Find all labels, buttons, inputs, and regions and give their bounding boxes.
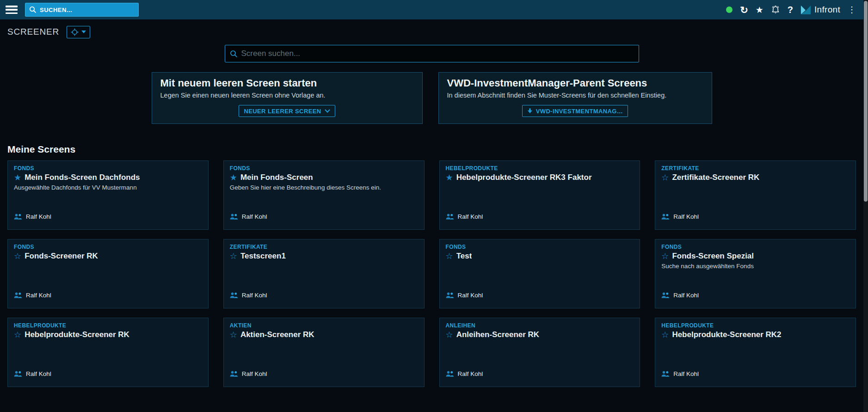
screen-owner: Ralf Kohl [673,213,699,220]
overflow-menu-icon[interactable]: ⋮ [848,6,856,14]
help-icon[interactable]: ? [788,5,793,14]
parent-screens-title: VWD-InvestmentManager-Parent Screens [447,77,703,89]
favorite-star-icon[interactable]: ★ [446,173,453,182]
favorite-star-icon[interactable]: ☆ [446,252,453,260]
screen-description [230,263,418,270]
screen-title: Zertifikate-Screener RK [672,173,759,182]
shared-users-icon [661,292,670,298]
favorite-star-icon[interactable]: ☆ [230,252,237,260]
brand-name: Infront [814,5,840,15]
screen-card[interactable]: FONDS ★ Mein Fonds-Screen Geben Sie hier… [223,160,425,230]
screen-owner: Ralf Kohl [458,292,483,299]
favorite-star-icon[interactable]: ☆ [230,331,237,339]
parent-screens-card: VWD-InvestmentManager-Parent Screens In … [438,72,712,124]
new-screen-description: Legen Sie einen neuen leeren Screen ohne… [160,92,414,99]
screen-description: Suche nach ausgewählten Fonds [661,263,850,270]
shared-users-icon [14,214,22,220]
screen-title: Anleihen-Screener RK [456,330,540,339]
screen-title: Fonds-Screen Spezial [672,252,754,261]
sync-icon[interactable]: ↻ [740,5,748,15]
screen-card[interactable]: HEBELPRODUKTE ★ Hebelprodukte-Screener R… [439,160,640,230]
screen-card[interactable]: FONDS ☆ Fonds-Screen Spezial Suche nach … [655,239,856,308]
new-empty-screen-button-label: NEUER LEERER SCREEN [244,108,321,115]
shared-users-icon [446,214,454,220]
screen-owner: Ralf Kohl [26,292,51,299]
global-search-input[interactable] [40,6,135,13]
shared-users-icon [14,371,22,377]
global-search[interactable] [25,3,139,17]
screen-description: Ausgewählte Dachfonds für VV Mustermann [14,184,202,191]
favorite-star-icon[interactable]: ★ [230,173,237,182]
screen-category: FONDS [661,244,850,250]
screen-card[interactable]: AKTIEN ☆ Aktien-Screener RK Ralf Kohl [223,318,425,387]
shared-users-icon [230,292,238,298]
new-empty-screen-button[interactable]: NEUER LEERER SCREEN [239,105,335,117]
favorite-star-icon[interactable]: ☆ [661,252,669,260]
topbar: ↻ ★ ? Infront ⋮ [0,0,868,19]
screen-category: HEBELPRODUKTE [14,322,202,329]
screen-title: Aktien-Screener RK [240,330,314,339]
screen-description [446,263,634,270]
crosshair-target-icon [71,28,79,36]
screen-search-input[interactable] [241,49,634,58]
screen-category: HEBELPRODUKTE [661,322,850,329]
screen-title: Mein Fonds-Screen [240,173,313,182]
screen-title: Test [456,252,472,261]
screen-card[interactable]: HEBELPRODUKTE ☆ Hebelprodukte-Screener R… [655,318,856,387]
shared-users-icon [661,214,670,220]
screen-search[interactable] [225,45,639,62]
screen-card[interactable]: FONDS ☆ Test Ralf Kohl [439,239,640,308]
vwd-investmentmanager-button[interactable]: VWD-INVESTMENTMANAG… [522,105,628,117]
screen-card[interactable]: FONDS ★ Mein Fonds-Screen Dachfonds Ausg… [7,160,209,230]
favorite-star-icon[interactable]: ☆ [661,173,669,182]
screen-owner: Ralf Kohl [673,292,699,299]
screen-title: Mein Fonds-Screen Dachfonds [25,173,140,182]
my-screens-grid: FONDS ★ Mein Fonds-Screen Dachfonds Ausg… [7,160,856,387]
chevron-down-icon [325,109,330,113]
screen-description [661,184,850,191]
shared-users-icon [446,292,454,298]
screen-description [230,341,418,349]
screen-owner: Ralf Kohl [242,370,267,377]
infront-logo-icon [800,5,811,15]
menu-icon[interactable] [6,6,18,14]
favorite-star-icon[interactable]: ☆ [14,331,21,339]
screen-description [14,263,202,270]
shared-users-icon [14,292,22,298]
screen-owner: Ralf Kohl [26,213,51,220]
search-icon [29,6,37,13]
scrollbar-thumb[interactable] [864,1,868,202]
notifications-bell-icon[interactable] [771,5,780,15]
search-icon [230,50,238,58]
shared-users-icon [230,371,238,377]
screen-owner: Ralf Kohl [26,370,51,377]
vertical-scrollbar[interactable] [863,0,868,412]
my-screens-heading: Meine Screens [7,144,856,155]
favorite-star-icon[interactable]: ☆ [14,252,21,260]
screen-owner: Ralf Kohl [242,292,267,299]
favorite-star-icon[interactable]: ☆ [661,331,669,339]
screen-category: FONDS [446,244,634,250]
favorites-star-icon[interactable]: ★ [756,6,763,14]
new-screen-title: Mit neuem leeren Screen starten [160,77,414,89]
favorite-star-icon[interactable]: ★ [14,173,21,182]
screen-card[interactable]: HEBELPRODUKTE ☆ Hebelprodukte-Screener R… [7,318,209,387]
link-target-button[interactable] [67,26,90,38]
screen-title: Hebelprodukte-Screener RK3 Faktor [456,173,592,182]
screen-owner: Ralf Kohl [458,370,483,377]
screen-category: HEBELPRODUKTE [446,165,634,172]
new-screen-card: Mit neuem leeren Screen starten Legen Si… [152,72,423,124]
screen-title: Testscreen1 [240,252,286,261]
screen-card[interactable]: FONDS ☆ Fonds-Screener RK Ralf Kohl [7,239,209,308]
download-arrow-icon [527,108,533,114]
shared-users-icon [230,214,238,220]
screen-category: FONDS [14,244,202,250]
screen-card[interactable]: ANLEIHEN ☆ Anleihen-Screener RK Ralf Koh… [439,318,640,387]
screen-owner: Ralf Kohl [458,213,483,220]
screen-category: AKTIEN [230,322,418,329]
screen-card[interactable]: ZERTIFIKATE ☆ Zertifikate-Screener RK Ra… [655,160,856,230]
favorite-star-icon[interactable]: ☆ [446,331,453,339]
screen-card[interactable]: ZERTIFIKATE ☆ Testscreen1 Ralf Kohl [223,239,425,308]
screen-category: ANLEIHEN [446,322,634,329]
screen-owner: Ralf Kohl [673,370,699,377]
